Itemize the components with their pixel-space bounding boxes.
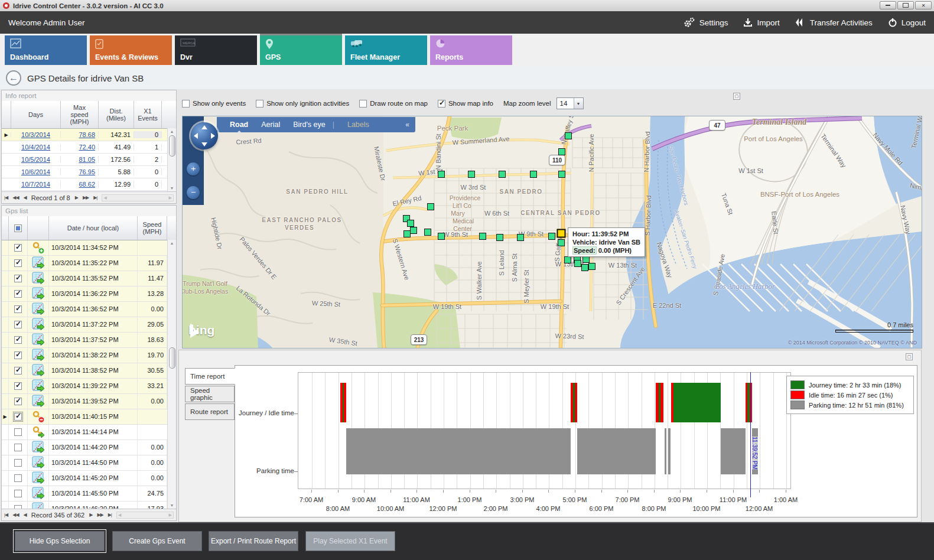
gps-point-marker[interactable] bbox=[438, 233, 445, 240]
gps-row[interactable]: 10/3/2014 11:45:50 PM24.75 bbox=[2, 486, 176, 502]
gps-row[interactable]: 10/3/2014 11:38:22 PM19.70 bbox=[2, 348, 176, 363]
gps-point-marker[interactable] bbox=[548, 233, 555, 240]
gps-point-marker[interactable] bbox=[581, 264, 588, 271]
selected-gps-point-marker[interactable] bbox=[557, 229, 566, 238]
option-show-only-events[interactable]: Show only events bbox=[182, 100, 246, 108]
pager-hscroll[interactable]: ◀▶ bbox=[102, 194, 174, 201]
day-link[interactable]: 10/6/2014 bbox=[21, 168, 50, 175]
gps-row[interactable]: 10/3/2014 11:39:52 PM0.00 bbox=[2, 394, 176, 409]
report-tab-route-report[interactable]: Route report bbox=[185, 403, 235, 420]
max-speed-link[interactable]: 78.68 bbox=[79, 131, 95, 138]
pager-fast-prev[interactable]: ◀◀ bbox=[12, 195, 18, 200]
gps-row[interactable]: 10/3/2014 11:39:22 PM33.21 bbox=[2, 379, 176, 394]
row-checkbox[interactable] bbox=[14, 459, 22, 467]
map-zoom-in-button[interactable]: ＋ bbox=[187, 162, 200, 175]
gps-point-marker[interactable] bbox=[438, 171, 445, 178]
map-style-bird-s-eye[interactable]: Bird's eye bbox=[293, 121, 326, 129]
map-zoom-level-select[interactable]: 14▼ bbox=[557, 97, 584, 109]
pager-prev[interactable]: ◀ bbox=[24, 512, 27, 517]
option-show-map-info[interactable]: Show map info bbox=[438, 100, 493, 108]
report-tab-speed-graphic[interactable]: Speed graphic bbox=[185, 386, 235, 402]
back-button[interactable]: ← bbox=[6, 70, 21, 86]
gps-row[interactable]: 10/3/2014 11:44:14 PM bbox=[2, 425, 176, 440]
max-speed-link[interactable]: 81.05 bbox=[79, 156, 95, 163]
row-checkbox[interactable] bbox=[14, 367, 22, 375]
row-checkbox[interactable] bbox=[14, 275, 22, 282]
day-link[interactable]: 10/5/2014 bbox=[21, 156, 50, 163]
column-header[interactable]: X1 Events bbox=[134, 101, 162, 128]
gps-point-marker[interactable] bbox=[424, 229, 431, 236]
gps-row[interactable]: 10/3/2014 11:34:52 PM bbox=[2, 240, 176, 256]
map-zoom-out-button[interactable]: − bbox=[187, 186, 200, 199]
option-show-only-ignition-activities[interactable]: Show only ignition activities bbox=[256, 100, 349, 108]
tab-fleet-manager[interactable]: Fleet Manager bbox=[345, 35, 427, 65]
column-header[interactable]: Max speed (MPH) bbox=[61, 101, 99, 128]
minimize-button[interactable] bbox=[880, 1, 896, 9]
gps-row[interactable]: 10/3/2014 11:36:52 PM0.00 bbox=[2, 302, 176, 317]
gps-row[interactable]: 10/3/2014 11:45:20 PM0.00 bbox=[2, 471, 176, 486]
maximize-button[interactable] bbox=[897, 1, 914, 9]
pager-first[interactable]: |◀ bbox=[4, 512, 8, 517]
gps-row[interactable]: 10/3/2014 11:44:20 PM0.00 bbox=[2, 440, 176, 455]
pager-last[interactable]: ▶| bbox=[93, 195, 97, 200]
max-speed-link[interactable]: 72.40 bbox=[79, 144, 95, 151]
option-checkbox[interactable] bbox=[182, 100, 190, 108]
row-checkbox[interactable] bbox=[14, 490, 22, 497]
pager-first[interactable]: |◀ bbox=[4, 195, 8, 200]
pager-fast-prev[interactable]: ◀◀ bbox=[12, 512, 18, 517]
pager-hscroll[interactable]: ◀▶ bbox=[116, 512, 174, 519]
gps-row[interactable]: 10/3/2014 11:38:52 PM30.55 bbox=[2, 363, 176, 379]
tab-reports[interactable]: Reports bbox=[430, 35, 512, 65]
row-checkbox[interactable] bbox=[14, 305, 22, 313]
create-gps-event-button[interactable]: Create Gps Event bbox=[112, 531, 202, 551]
gps-point-marker[interactable] bbox=[479, 233, 486, 240]
table-row[interactable]: 10/5/201481.05172.562 bbox=[2, 154, 176, 166]
gps-point-marker[interactable] bbox=[468, 171, 475, 178]
bing-logo[interactable]: bing bbox=[188, 323, 214, 337]
action-import[interactable]: Import bbox=[743, 18, 779, 27]
tab-dvr[interactable]: MERGEDvr bbox=[175, 35, 257, 65]
gps-point-marker[interactable] bbox=[410, 227, 417, 234]
row-checkbox[interactable] bbox=[14, 382, 22, 390]
gps-point-marker[interactable] bbox=[427, 203, 434, 210]
tab-events-reviews[interactable]: Events & Reviews bbox=[90, 35, 172, 65]
select-all-header[interactable] bbox=[9, 216, 28, 240]
gps-point-marker[interactable] bbox=[558, 148, 565, 155]
option-checkbox[interactable] bbox=[359, 100, 367, 108]
map-style-labels[interactable]: Labels bbox=[347, 121, 369, 129]
option-checkbox[interactable] bbox=[256, 100, 263, 108]
gps-row[interactable]: 10/3/2014 11:35:22 PM11.97 bbox=[2, 256, 176, 271]
table-row[interactable]: 10/7/201468.6212.990 bbox=[2, 178, 176, 191]
gps-point-marker[interactable] bbox=[558, 171, 565, 178]
pager-next[interactable]: ▶ bbox=[75, 195, 78, 200]
gps-row[interactable]: 10/3/2014 11:46:20 PM17.93 bbox=[2, 502, 176, 509]
row-checkbox[interactable] bbox=[14, 428, 22, 436]
pager-last[interactable]: ▶| bbox=[108, 512, 112, 517]
chart-panel-toggle-button[interactable]: ▢ bbox=[906, 353, 913, 360]
gps-row[interactable]: ▶10/3/2014 11:40:15 PM bbox=[2, 409, 176, 425]
action-transfer-activities[interactable]: Transfer Activities bbox=[795, 17, 873, 28]
gps-point-marker[interactable] bbox=[403, 230, 411, 237]
info-report-scrollbar[interactable]: ▲ ▼ bbox=[167, 128, 176, 191]
option-draw-route-on-map[interactable]: Draw route on map bbox=[359, 100, 428, 108]
report-tab-time-report[interactable]: Time report bbox=[185, 368, 235, 385]
table-row[interactable]: 10/6/201476.955.880 bbox=[2, 166, 176, 178]
gps-point-marker[interactable] bbox=[588, 263, 595, 270]
map-compass-control[interactable] bbox=[191, 122, 218, 149]
gps-row[interactable]: 10/3/2014 11:37:22 PM29.05 bbox=[2, 317, 176, 333]
gps-row[interactable]: 10/3/2014 11:36:22 PM13.28 bbox=[2, 286, 176, 302]
row-checkbox[interactable] bbox=[14, 351, 22, 359]
column-header[interactable]: Dist. (Miles) bbox=[99, 101, 134, 128]
export-print-route-report-button[interactable]: Export / Print Route Report bbox=[209, 531, 298, 551]
pager-next[interactable]: ▶ bbox=[89, 512, 92, 517]
row-checkbox[interactable] bbox=[14, 244, 22, 252]
max-speed-link[interactable]: 68.62 bbox=[79, 181, 95, 188]
pager-fast-next[interactable]: ▶▶ bbox=[97, 512, 103, 517]
bing-map[interactable]: Peck ParkCrest RdW Summerland AveMirales… bbox=[182, 116, 922, 349]
row-checkbox[interactable] bbox=[14, 474, 22, 482]
row-checkbox[interactable] bbox=[14, 444, 22, 451]
gps-list-scrollbar[interactable]: ▲ ▼ bbox=[167, 240, 176, 509]
gps-point-marker[interactable] bbox=[574, 260, 581, 267]
row-checkbox[interactable] bbox=[14, 259, 22, 267]
map-nav-collapse-button[interactable]: « bbox=[405, 121, 409, 129]
